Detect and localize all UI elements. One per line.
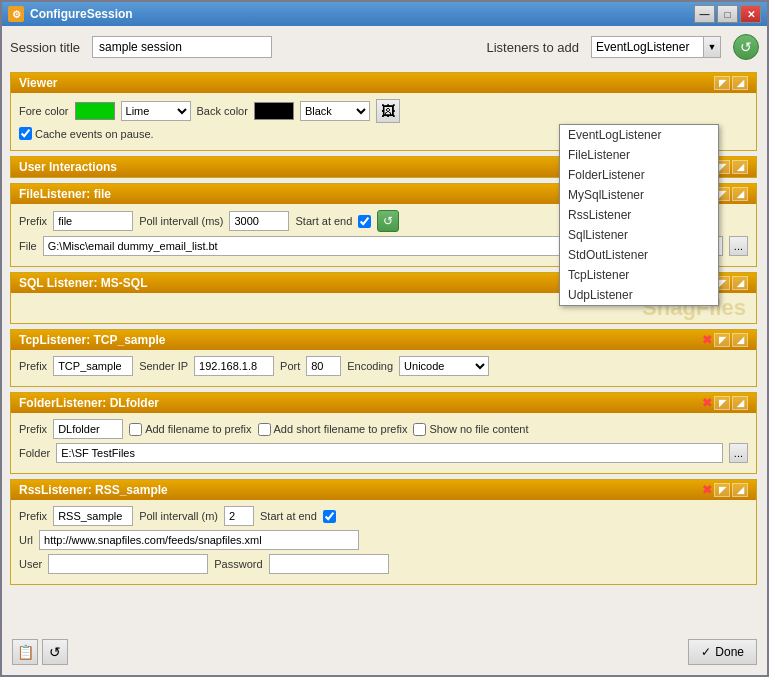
folder-show-no-file-label[interactable]: Show no file content — [413, 423, 528, 436]
tcp-sender-label: Sender IP — [139, 360, 188, 372]
folder-resize-btn-2[interactable]: ◢ — [732, 396, 748, 410]
sql-resize-btn-2[interactable]: ◢ — [732, 276, 748, 290]
done-button[interactable]: ✓ Done — [688, 639, 757, 665]
window-title: ConfigureSession — [30, 7, 133, 21]
fore-color-swatch[interactable] — [75, 102, 115, 120]
tcp-sender-input[interactable] — [194, 356, 274, 376]
maximize-button[interactable]: □ — [717, 5, 738, 23]
add-listener-button[interactable]: ↺ — [733, 34, 759, 60]
tcp-port-input[interactable] — [306, 356, 341, 376]
tcp-listener-header: TcpListener: TCP_sample ✖ ◤ ◢ — [11, 330, 756, 350]
rss-password-input[interactable] — [269, 554, 389, 574]
folder-add-short-label[interactable]: Add short filename to prefix — [258, 423, 408, 436]
listeners-select[interactable]: EventLogListenerFileListenerFolderListen… — [591, 36, 721, 58]
fl-poll-input[interactable] — [229, 211, 289, 231]
folder-listener-remove-icon[interactable]: ✖ — [702, 396, 712, 410]
file-listener-title: FileListener: file — [19, 187, 111, 201]
dropdown-item-folder[interactable]: FolderListener — [560, 165, 718, 185]
rss-poll-input[interactable] — [224, 506, 254, 526]
rss-resize-btn-2[interactable]: ◢ — [732, 483, 748, 497]
folder-resize-btn-1[interactable]: ◤ — [714, 396, 730, 410]
rss-start-label: Start at end — [260, 510, 317, 522]
footer-btn-1[interactable]: 📋 — [12, 639, 38, 665]
viewer-title: Viewer — [19, 76, 57, 90]
rss-listener-header: RssListener: RSS_sample ✖ ◤ ◢ — [11, 480, 756, 500]
fl-start-checkbox[interactable] — [358, 215, 371, 228]
dropdown-item-eventlog[interactable]: EventLogListener — [560, 125, 718, 145]
sql-listener-title: SQL Listener: MS-SQL — [19, 276, 147, 290]
tcp-listener-fields-row: Prefix Sender IP Port Encoding Unicode A… — [19, 356, 748, 376]
dropdown-arrow-button[interactable]: ▼ — [703, 36, 721, 58]
tcp-listener-remove-icon[interactable]: ✖ — [702, 333, 712, 347]
fore-color-label: Fore color — [19, 105, 69, 117]
ui-resize-btn-2[interactable]: ◢ — [732, 160, 748, 174]
dropdown-item-stdout[interactable]: StdOutListener — [560, 245, 718, 265]
dropdown-item-udp[interactable]: UdpListener — [560, 285, 718, 305]
rss-listener-body: Prefix Poll intervall (m) Start at end U… — [11, 500, 756, 584]
main-window: ⚙ ConfigureSession — □ ✕ Session title L… — [0, 0, 769, 677]
folder-listener-prefix-row: Prefix Add filename to prefix Add short … — [19, 419, 748, 439]
folder-folder-label: Folder — [19, 447, 50, 459]
viewer-resize-btn-2[interactable]: ◢ — [732, 76, 748, 90]
rss-section-controls: ✖ ◤ ◢ — [702, 483, 748, 497]
folder-listener-section: FolderListener: DLfolder ✖ ◤ ◢ Prefix Ad… — [10, 392, 757, 474]
rss-listener-remove-icon[interactable]: ✖ — [702, 483, 712, 497]
back-color-swatch[interactable] — [254, 102, 294, 120]
rss-prefix-input[interactable] — [53, 506, 133, 526]
cache-events-checkbox[interactable] — [19, 127, 32, 140]
folder-add-filename-label[interactable]: Add filename to prefix — [129, 423, 251, 436]
cache-events-label[interactable]: Cache events on pause. — [19, 127, 154, 140]
tcp-encoding-label: Encoding — [347, 360, 393, 372]
viewer-resize-btn-1[interactable]: ◤ — [714, 76, 730, 90]
viewer-section-header: Viewer ◤ ◢ — [11, 73, 756, 93]
close-button[interactable]: ✕ — [740, 5, 761, 23]
rss-poll-label: Poll intervall (m) — [139, 510, 218, 522]
rss-listener-user-row: User Password — [19, 554, 748, 574]
minimize-button[interactable]: — — [694, 5, 715, 23]
tcp-listener-title: TcpListener: TCP_sample — [19, 333, 165, 347]
title-bar: ⚙ ConfigureSession — □ ✕ — [2, 2, 767, 26]
done-check-icon: ✓ — [701, 645, 711, 659]
fl-start-label: Start at end — [295, 215, 352, 227]
fore-color-select[interactable]: Lime — [121, 101, 191, 121]
done-label: Done — [715, 645, 744, 659]
rss-user-label: User — [19, 558, 42, 570]
folder-listener-folder-row: Folder ... — [19, 443, 748, 463]
tcp-prefix-input[interactable] — [53, 356, 133, 376]
footer-btn-2[interactable]: ↺ — [42, 639, 68, 665]
viewer-color-row: Fore color Lime Back color Black 🖼 — [19, 99, 748, 123]
folder-browse-button[interactable]: ... — [729, 443, 748, 463]
dropdown-item-sql[interactable]: SqlListener — [560, 225, 718, 245]
fl-resize-btn-2[interactable]: ◢ — [732, 187, 748, 201]
session-title-label: Session title — [10, 40, 80, 55]
viewer-icon-button[interactable]: 🖼 — [376, 99, 400, 123]
listeners-dropdown-menu: EventLogListener FileListener FolderList… — [559, 124, 719, 306]
dropdown-item-mysql[interactable]: MySqlListener — [560, 185, 718, 205]
listeners-dropdown-wrapper: EventLogListenerFileListenerFolderListen… — [591, 36, 721, 58]
folder-prefix-input[interactable] — [53, 419, 123, 439]
dropdown-item-rss[interactable]: RssListener — [560, 205, 718, 225]
fl-refresh-button[interactable]: ↺ — [377, 210, 399, 232]
tcp-encoding-select[interactable]: Unicode ASCII UTF-8 — [399, 356, 489, 376]
folder-show-no-file-checkbox[interactable] — [413, 423, 426, 436]
header-row: Session title Listeners to add EventLogL… — [10, 34, 759, 60]
fl-browse-button[interactable]: ... — [729, 236, 748, 256]
rss-listener-url-row: Url — [19, 530, 748, 550]
back-color-select[interactable]: Black — [300, 101, 370, 121]
tcp-listener-section: TcpListener: TCP_sample ✖ ◤ ◢ Prefix Sen… — [10, 329, 757, 387]
rss-user-input[interactable] — [48, 554, 208, 574]
session-title-input[interactable] — [92, 36, 272, 58]
folder-path-input[interactable] — [56, 443, 723, 463]
folder-listener-title: FolderListener: DLfolder — [19, 396, 159, 410]
rss-url-input[interactable] — [39, 530, 359, 550]
rss-resize-btn-1[interactable]: ◤ — [714, 483, 730, 497]
folder-add-filename-checkbox[interactable] — [129, 423, 142, 436]
tcp-resize-btn-2[interactable]: ◢ — [732, 333, 748, 347]
folder-listener-body: Prefix Add filename to prefix Add short … — [11, 413, 756, 473]
tcp-resize-btn-1[interactable]: ◤ — [714, 333, 730, 347]
dropdown-item-file[interactable]: FileListener — [560, 145, 718, 165]
folder-add-short-checkbox[interactable] — [258, 423, 271, 436]
dropdown-item-tcp[interactable]: TcpListener — [560, 265, 718, 285]
rss-start-checkbox[interactable] — [323, 510, 336, 523]
fl-prefix-input[interactable] — [53, 211, 133, 231]
